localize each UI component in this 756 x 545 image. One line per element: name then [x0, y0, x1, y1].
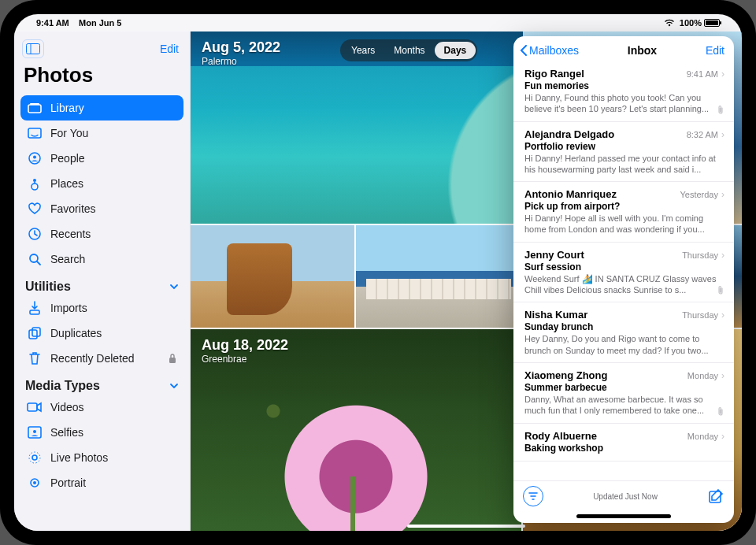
- chevron-right-icon: ›: [721, 69, 724, 80]
- tile-date: Aug 18, 2022: [202, 337, 288, 354]
- mail-subject: Sunday brunch: [524, 321, 724, 332]
- clock-icon: [27, 226, 43, 242]
- mail-item[interactable]: Rody AlbuerneMonday ›Baking workshop: [513, 424, 734, 462]
- mail-subject: Fun memories: [524, 80, 724, 91]
- section-media-types[interactable]: Media Types: [20, 371, 183, 395]
- photo-tile[interactable]: [191, 225, 354, 328]
- mail-item[interactable]: Nisha KumarThursday ›Sunday brunchHey Da…: [513, 302, 734, 363]
- attachment-icon: [717, 286, 724, 295]
- tile-location: Greenbrae: [202, 354, 288, 365]
- video-icon: [27, 399, 43, 415]
- segment-months[interactable]: Months: [384, 42, 434, 59]
- time-scale-segmented[interactable]: Years Months Days: [340, 39, 477, 61]
- svg-rect-15: [32, 328, 40, 336]
- sidebar-item-places[interactable]: Places: [20, 171, 183, 196]
- photo-tile[interactable]: Aug 18, 2022 Greenbrae: [191, 329, 521, 531]
- slideover-handle[interactable]: [576, 514, 671, 518]
- status-time: 9:41 AM: [36, 18, 69, 28]
- sidebar-item-selfies[interactable]: Selfies: [20, 420, 183, 445]
- sidebar-item-videos[interactable]: Videos: [20, 395, 183, 420]
- sidebar-item-duplicates[interactable]: Duplicates: [20, 321, 183, 346]
- lock-icon: [168, 353, 177, 364]
- mail-edit-button[interactable]: Edit: [706, 44, 724, 57]
- tile-location: Palermo: [202, 56, 280, 67]
- mail-from: Rigo Rangel: [524, 68, 584, 80]
- battery-indicator: 100%: [680, 18, 720, 28]
- sidebar-item-for-you[interactable]: For You: [20, 120, 183, 146]
- svg-line-12: [37, 261, 40, 265]
- mail-list[interactable]: Rigo Rangel9:41 AM ›Fun memoriesHi Danny…: [513, 61, 734, 480]
- sidebar-item-label: Places: [50, 177, 83, 190]
- mail-item[interactable]: Rigo Rangel9:41 AM ›Fun memoriesHi Danny…: [513, 61, 734, 122]
- svg-point-23: [33, 481, 36, 484]
- sidebar-item-people[interactable]: People: [20, 146, 183, 171]
- heart-icon: [27, 201, 43, 217]
- mail-time: Monday ›: [687, 431, 724, 442]
- sidebar-item-recents[interactable]: Recents: [20, 221, 183, 247]
- sidebar-item-label: Imports: [50, 302, 87, 314]
- photos-sidebar: Edit Photos Library For You: [14, 32, 191, 531]
- sidebar-item-label: For You: [50, 127, 88, 139]
- sidebar-item-label: Portrait: [50, 476, 86, 489]
- for-you-icon: [27, 125, 43, 141]
- mail-filter-button[interactable]: [523, 486, 543, 506]
- chevron-right-icon: ›: [721, 431, 724, 442]
- mail-preview: Hey Danny, Do you and Rigo want to come …: [524, 333, 724, 356]
- chevron-down-icon: [169, 282, 179, 291]
- attachment-icon: [717, 106, 724, 115]
- selfies-icon: [27, 425, 43, 440]
- chevron-right-icon: ›: [721, 310, 724, 321]
- mail-compose-button[interactable]: [707, 488, 724, 505]
- sidebar-item-search[interactable]: Search: [20, 247, 183, 272]
- sidebar-item-library[interactable]: Library: [20, 95, 183, 120]
- svg-rect-13: [30, 310, 39, 314]
- mail-time: Monday ›: [687, 370, 724, 381]
- mail-from: Nisha Kumar: [524, 309, 587, 321]
- home-indicator[interactable]: [407, 525, 525, 528]
- sidebar-item-label: Videos: [50, 401, 84, 413]
- sidebar-title: Photos: [20, 60, 183, 95]
- mail-item[interactable]: Xiaomeng ZhongMonday ›Summer barbecueDan…: [513, 363, 734, 424]
- mail-item[interactable]: Alejandra Delgado8:32 AM ›Portfolio revi…: [513, 122, 734, 183]
- mail-subject: Portfolio review: [524, 141, 724, 152]
- sidebar-item-imports[interactable]: Imports: [20, 295, 183, 321]
- mail-preview: Weekend Surf 🏄 IN SANTA CRUZ Glassy wave…: [524, 273, 724, 296]
- import-icon: [27, 300, 43, 316]
- mail-subject: Pick up from airport?: [524, 201, 724, 212]
- svg-rect-14: [29, 330, 37, 339]
- duplicates-icon: [27, 325, 43, 341]
- tile-date: Aug 5, 2022: [202, 39, 280, 56]
- mail-time: Thursday ›: [682, 250, 724, 261]
- segment-days[interactable]: Days: [435, 42, 476, 59]
- photo-tile[interactable]: [356, 225, 521, 328]
- portrait-icon: [27, 475, 43, 491]
- chevron-right-icon: ›: [721, 129, 724, 140]
- mail-from: Jenny Court: [524, 249, 584, 261]
- sidebar-toggle-button[interactable]: [22, 39, 44, 58]
- sidebar-item-favorites[interactable]: Favorites: [20, 196, 183, 221]
- mail-preview: Danny, What an awesome barbecue. It was …: [524, 394, 724, 417]
- mail-item[interactable]: Antonio ManriquezYesterday ›Pick up from…: [513, 182, 734, 243]
- section-utilities[interactable]: Utilities: [20, 272, 183, 295]
- sidebar-item-live-photos[interactable]: Live Photos: [20, 445, 183, 470]
- chevron-right-icon: ›: [721, 370, 724, 381]
- people-icon: [27, 150, 43, 166]
- battery-percent: 100%: [680, 18, 702, 28]
- slideover-grabber[interactable]: •••: [614, 36, 634, 43]
- mail-item[interactable]: Jenny CourtThursday ›Surf sessionWeekend…: [513, 243, 734, 303]
- mail-from: Rody Albuerne: [524, 430, 597, 442]
- mail-from: Antonio Manriquez: [524, 188, 617, 200]
- sidebar-edit-button[interactable]: Edit: [160, 43, 179, 55]
- segment-years[interactable]: Years: [342, 42, 384, 59]
- mail-time: Thursday ›: [682, 310, 724, 321]
- attachment-icon: [717, 407, 724, 417]
- sidebar-item-label: Recently Deleted: [50, 352, 135, 365]
- sidebar-item-recently-deleted[interactable]: Recently Deleted: [20, 346, 183, 371]
- section-title: Utilities: [25, 280, 71, 294]
- trash-icon: [27, 350, 43, 366]
- sidebar-item-portrait[interactable]: Portrait: [20, 470, 183, 495]
- mail-time: 8:32 AM ›: [687, 129, 724, 140]
- mail-subject: Summer barbecue: [524, 382, 724, 393]
- mail-preview: Hi Danny! Hope all is well with you. I'm…: [524, 213, 724, 235]
- mail-back-button[interactable]: Mailboxes: [520, 44, 579, 57]
